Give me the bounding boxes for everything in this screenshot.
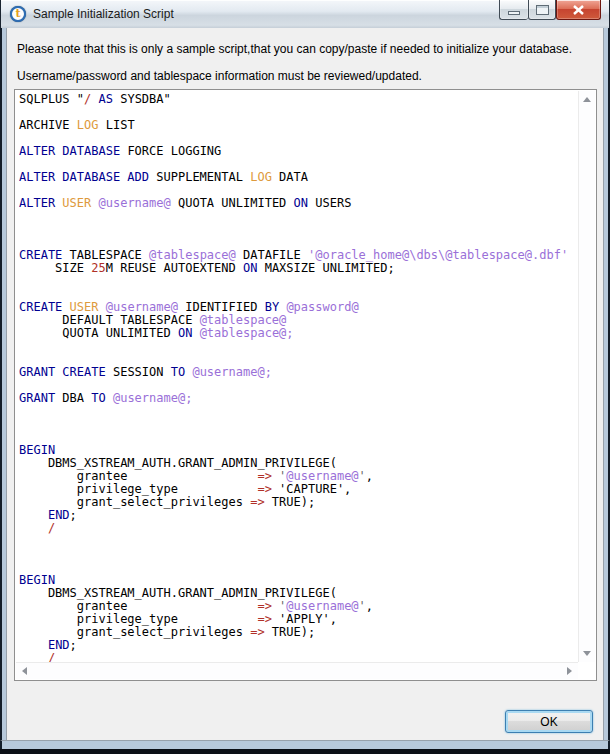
scroll-left-icon[interactable] xyxy=(22,667,27,675)
script-line: ALTER DATABASE FORCE LOGGING xyxy=(19,145,578,158)
scroll-up-icon[interactable] xyxy=(583,97,591,102)
close-button[interactable] xyxy=(556,0,601,20)
window-border-bottom xyxy=(0,740,610,749)
script-line: grant_select_privileges => TRUE); xyxy=(19,496,578,509)
dialog-window: t Sample Initialization Script Please no… xyxy=(0,0,610,754)
close-icon xyxy=(572,5,585,15)
script-line: GRANT DBA TO @username@; xyxy=(19,392,578,405)
script-line: QUOTA UNLIMITED ON @tablespace@; xyxy=(19,327,578,340)
script-line xyxy=(19,548,578,561)
script-line: SIZE 25M REUSE AUTOEXTEND ON MAXSIZE UNL… xyxy=(19,262,578,275)
script-textarea[interactable]: SQLPLUS "/ AS SYSDBA" ARCHIVE LOG LIST A… xyxy=(14,89,597,681)
script-line: END; xyxy=(19,509,578,522)
script-line: grant_select_privileges => TRUE); xyxy=(19,626,578,639)
scroll-down-icon[interactable] xyxy=(583,651,591,656)
script-line xyxy=(19,223,578,236)
script-line xyxy=(19,561,578,574)
scrollbar-corner xyxy=(578,662,595,679)
script-line: GRANT CREATE SESSION TO @username@; xyxy=(19,366,578,379)
window-shadow xyxy=(0,749,610,754)
script-line xyxy=(19,418,578,431)
script-line xyxy=(19,210,578,223)
ok-button[interactable]: OK xyxy=(505,710,593,733)
script-line: ARCHIVE LOG LIST xyxy=(19,119,578,132)
script-line: ALTER USER @username@ QUOTA UNLIMITED ON… xyxy=(19,197,578,210)
script-line: END; xyxy=(19,639,578,652)
dialog-body: Please note that this is only a sample s… xyxy=(7,28,603,740)
app-icon: t xyxy=(10,6,26,22)
script-line xyxy=(19,535,578,548)
minimize-icon xyxy=(508,11,520,15)
script-line: / xyxy=(19,652,578,662)
maximize-icon xyxy=(536,5,549,15)
script-line xyxy=(19,275,578,288)
script-content[interactable]: SQLPLUS "/ AS SYSDBA" ARCHIVE LOG LIST A… xyxy=(16,91,578,662)
intro-line-2: Username/password and tablespace informa… xyxy=(17,69,422,83)
maximize-button[interactable] xyxy=(528,0,556,20)
script-line xyxy=(19,340,578,353)
intro-line-1: Please note that this is only a sample s… xyxy=(17,42,572,56)
window-border-left xyxy=(0,28,7,741)
caption-buttons xyxy=(499,0,601,20)
vertical-scrollbar[interactable] xyxy=(578,91,595,662)
minimize-button[interactable] xyxy=(499,0,528,20)
window-border-right xyxy=(603,28,610,741)
script-line: / xyxy=(19,522,578,535)
scroll-right-icon[interactable] xyxy=(567,667,572,675)
horizontal-scrollbar[interactable] xyxy=(16,662,578,679)
script-line xyxy=(19,431,578,444)
script-line xyxy=(19,405,578,418)
script-line: SQLPLUS "/ AS SYSDBA" xyxy=(19,93,578,106)
script-line: ALTER DATABASE ADD SUPPLEMENTAL LOG DATA xyxy=(19,171,578,184)
titlebar[interactable]: t Sample Initialization Script xyxy=(0,0,610,28)
window-title: Sample Initialization Script xyxy=(33,7,174,21)
